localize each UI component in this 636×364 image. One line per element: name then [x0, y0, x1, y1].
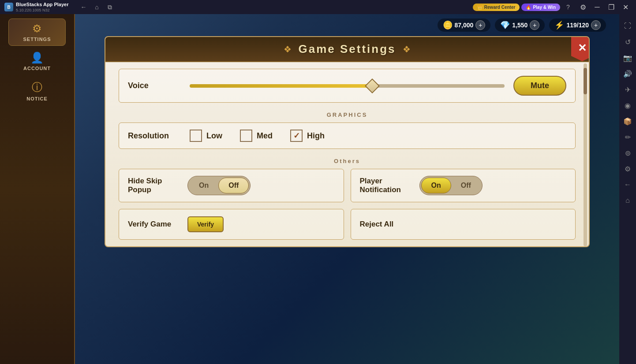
account-icon: 👤	[30, 52, 44, 64]
sidebar-item-account[interactable]: 👤 ACCOUNT	[8, 48, 66, 74]
slider-background	[372, 84, 505, 88]
restore-button[interactable]: ❐	[604, 0, 618, 14]
settings-icon: ⚙	[32, 22, 42, 35]
mute-button[interactable]: Mute	[513, 76, 566, 96]
sidebar-settings-btn[interactable]: ⚙	[620, 161, 635, 176]
others-grid: Hide SkipPopup On Off PlayerNotification…	[119, 169, 576, 202]
sidebar-back-btn[interactable]: ←	[620, 177, 635, 192]
title-decoration: ❖ Game Settings ❖	[284, 42, 410, 56]
reject-all-label: Reject All	[360, 220, 413, 229]
res-high-label: High	[307, 131, 325, 141]
sidebar-notice-label: Notice	[26, 96, 48, 101]
player-notif-label: PlayerNotification	[360, 177, 413, 194]
bluestacks-icon: B	[4, 3, 13, 11]
crown-icon: 👑	[477, 5, 483, 10]
scrollbar-thumb[interactable]	[584, 68, 587, 94]
modal-title: Game Settings	[298, 42, 396, 56]
verify-row: Verify Game Verify Reject All	[119, 209, 576, 240]
resolution-section: Resolution Low Med ✓ High	[119, 123, 576, 149]
close-button[interactable]: ✕	[618, 0, 632, 14]
reward-center-button[interactable]: 👑 Reward Center	[473, 4, 520, 11]
play-win-button[interactable]: 🔥 Play & Win	[521, 4, 560, 11]
home-button[interactable]: ⌂	[90, 2, 103, 12]
reject-all-card: Reject All	[351, 209, 576, 240]
voice-slider[interactable]	[190, 82, 505, 90]
left-ornament: ❖	[284, 44, 292, 55]
modal-header: ❖ Game Settings ❖ ✕	[105, 37, 589, 62]
res-option-high[interactable]: ✓ High	[290, 130, 325, 142]
minimize-button[interactable]: ─	[590, 0, 604, 14]
help-button[interactable]: ?	[562, 2, 574, 12]
others-header: Others	[119, 158, 576, 164]
edit-button[interactable]: ✏	[620, 130, 635, 145]
player-notif-off-option[interactable]: Off	[451, 178, 481, 193]
voice-section: Voice Mute	[119, 69, 576, 103]
modal-overlay: ❖ Game Settings ❖ ✕ Voice Mute	[75, 14, 619, 364]
screenshot-button[interactable]: 📷	[620, 50, 635, 65]
location-button[interactable]: ◉	[620, 98, 635, 113]
modal-close-button[interactable]: ✕	[571, 36, 590, 61]
res-high-checkbox[interactable]: ✓	[290, 130, 303, 142]
voice-label: Voice	[128, 81, 181, 90]
fire-icon: 🔥	[526, 5, 531, 10]
apps-button[interactable]: 📦	[620, 114, 635, 129]
hide-skip-toggle[interactable]: On Off	[187, 176, 251, 195]
modal-body: Voice Mute GRAPHICS Resolution	[105, 62, 589, 246]
window-controls: ⚙ ─ ❐ ✕	[576, 0, 632, 14]
res-option-med[interactable]: Med	[240, 130, 273, 142]
app-name: BlueStacks App Player	[16, 2, 68, 7]
res-med-label: Med	[257, 131, 273, 141]
verify-game-label: Verify Game	[128, 220, 181, 229]
multi-window-button[interactable]: ⧉	[104, 2, 116, 12]
settings-window-button[interactable]: ⚙	[576, 0, 590, 14]
sidebar-item-notice[interactable]: ⓘ Notice	[8, 77, 66, 105]
hide-skip-off-option[interactable]: Off	[218, 178, 249, 193]
resolution-options: Low Med ✓ High	[190, 130, 566, 142]
sidebar-account-label: ACCOUNT	[23, 66, 51, 71]
fullscreen-button[interactable]: ⛶	[620, 19, 635, 33]
titlebar-nav: ← ⌂ ⧉	[77, 2, 116, 12]
hide-skip-card: Hide SkipPopup On Off	[119, 169, 344, 202]
volume-button[interactable]: 🔊	[620, 66, 635, 81]
titlebar-right: 👑 Reward Center 🔥 Play & Win ? ⚙ ─ ❐ ✕	[473, 0, 636, 14]
notice-icon: ⓘ	[32, 80, 42, 94]
macro-button[interactable]: ⊚	[620, 145, 635, 160]
verify-game-button[interactable]: Verify	[187, 216, 224, 232]
checkmark-icon: ✓	[293, 131, 300, 141]
sidebar-home-btn[interactable]: ⌂	[620, 193, 635, 208]
player-notif-card: PlayerNotification On Off	[351, 169, 576, 202]
right-sidebar: ⛶ ↺ 📷 🔊 ✈ ◉ 📦 ✏ ⊚ ⚙ ← ⌂	[619, 14, 636, 364]
player-notif-toggle[interactable]: On Off	[419, 176, 483, 195]
player-notif-on-option[interactable]: On	[421, 178, 451, 193]
resolution-label: Resolution	[128, 131, 181, 141]
verify-game-card: Verify Game Verify	[119, 209, 344, 240]
hide-skip-on-option[interactable]: On	[189, 178, 218, 193]
res-med-checkbox[interactable]	[240, 130, 252, 142]
rotate-button[interactable]: ↺	[620, 34, 635, 49]
graphics-header: GRAPHICS	[119, 111, 576, 118]
app-logo: B BlueStacks App Player 5.10.220.1005 N3…	[0, 2, 73, 12]
right-ornament: ❖	[403, 44, 411, 55]
slider-fill	[190, 84, 372, 88]
titlebar: B BlueStacks App Player 5.10.220.1005 N3…	[0, 0, 636, 14]
sidebar-item-settings[interactable]: ⚙ SETTINGS	[8, 19, 66, 46]
others-section: Hide SkipPopup On Off PlayerNotification…	[119, 169, 576, 202]
game-settings-modal: ❖ Game Settings ❖ ✕ Voice Mute	[105, 36, 590, 247]
scrollbar-track	[584, 63, 587, 246]
slider-track	[190, 84, 505, 88]
res-low-label: Low	[206, 131, 222, 141]
airplane-button[interactable]: ✈	[620, 82, 635, 97]
back-button[interactable]: ←	[77, 2, 90, 12]
res-option-low[interactable]: Low	[190, 130, 222, 142]
hide-skip-label: Hide SkipPopup	[128, 177, 181, 194]
res-low-checkbox[interactable]	[190, 130, 202, 142]
modal-scrollbar[interactable]	[583, 63, 588, 246]
slider-thumb[interactable]	[365, 78, 380, 93]
left-sidebar: ⚙ SETTINGS 👤 ACCOUNT ⓘ Notice	[0, 14, 75, 364]
sidebar-settings-label: SETTINGS	[23, 37, 51, 42]
app-version: 5.10.220.1005 N32	[16, 8, 68, 12]
